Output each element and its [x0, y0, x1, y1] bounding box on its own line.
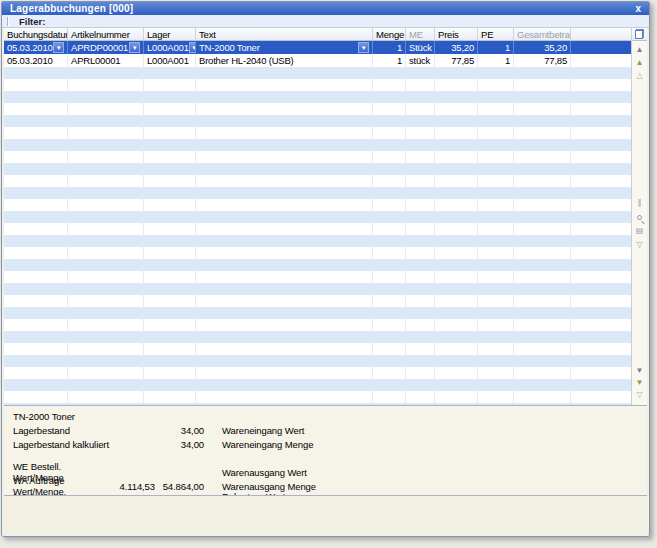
empty-cell [514, 211, 571, 223]
cell-gesamtbetrag[interactable]: 77,85 [514, 54, 571, 67]
scroll-bottom-icon[interactable]: ▼ [632, 366, 647, 376]
empty-row[interactable] [4, 367, 631, 379]
empty-row[interactable] [4, 295, 631, 307]
empty-cell [478, 367, 514, 379]
column-header-buchungsdatum[interactable]: Buchungsdatum [4, 28, 68, 40]
empty-row[interactable] [4, 127, 631, 139]
empty-cell [478, 163, 514, 175]
cell-filler [571, 54, 631, 67]
empty-row[interactable] [4, 163, 631, 175]
cell-menge[interactable]: 1 [373, 41, 406, 54]
empty-cell [406, 319, 435, 331]
empty-cell [406, 67, 435, 79]
empty-row[interactable] [4, 235, 631, 247]
summary-row: Lagerbestand34,00Wareneingang Wert [13, 423, 647, 437]
scroll-last-icon[interactable]: ▽ [632, 390, 647, 400]
empty-cell [144, 307, 196, 319]
close-button[interactable]: x [635, 4, 641, 14]
cell-preis[interactable]: 35,20 [435, 41, 478, 54]
cell-lager[interactable]: L000A001 [144, 54, 196, 67]
cell-lager[interactable]: L000A001▼ [144, 41, 196, 54]
empty-row[interactable] [4, 355, 631, 367]
column-header-lager[interactable]: Lager [144, 28, 196, 40]
dropdown-button[interactable]: ▼ [53, 42, 64, 53]
empty-row[interactable] [4, 199, 631, 211]
cell-gesamtbetrag[interactable]: 35,20 [514, 41, 571, 54]
empty-row[interactable] [4, 271, 631, 283]
table-row[interactable]: 05.03.2010APRL00001L000A001Brother HL-20… [4, 54, 631, 67]
empty-cell [4, 67, 68, 79]
summary-article-name: TN-2000 Toner [13, 409, 647, 423]
empty-row[interactable] [4, 67, 631, 79]
empty-cell [478, 223, 514, 235]
cell-text: 1 [505, 55, 510, 66]
cell-pe[interactable]: 1 [478, 54, 514, 67]
empty-cell [68, 343, 144, 355]
column-header-gesamtbetrag[interactable]: Gesamtbetrag [514, 28, 571, 40]
cell-buchungsdatum[interactable]: 05.03.2010 [4, 54, 68, 67]
empty-cell [478, 211, 514, 223]
cell-pe[interactable]: 1 [478, 41, 514, 54]
column-header-menge[interactable]: Menge [373, 28, 406, 40]
cell-preis[interactable]: 77,85 [435, 54, 478, 67]
empty-row[interactable] [4, 115, 631, 127]
empty-cell [196, 67, 373, 79]
column-header-pe[interactable]: PE [478, 28, 514, 40]
empty-row[interactable] [4, 259, 631, 271]
page-down-icon[interactable]: ▽ [632, 240, 647, 250]
scroll-up-icon[interactable]: ▲ [632, 58, 647, 68]
empty-cell [514, 259, 571, 271]
empty-row[interactable] [4, 379, 631, 391]
empty-row[interactable] [4, 211, 631, 223]
title-bar[interactable]: Lagerabbuchungen [000] x [2, 2, 649, 15]
grid-corner-button[interactable] [632, 28, 647, 41]
cell-text[interactable]: Brother HL-2040 (USB) [196, 54, 373, 67]
empty-row[interactable] [4, 79, 631, 91]
empty-row[interactable] [4, 247, 631, 259]
empty-cell [144, 115, 196, 127]
empty-row[interactable] [4, 175, 631, 187]
empty-row[interactable] [4, 391, 631, 403]
empty-cell [435, 187, 478, 199]
empty-row[interactable] [4, 343, 631, 355]
empty-cell [571, 259, 631, 271]
empty-row[interactable] [4, 91, 631, 103]
column-header-text[interactable]: Text [196, 28, 373, 40]
cell-me[interactable]: Stück [406, 41, 435, 54]
cell-text[interactable]: TN-2000 Toner▼ [196, 41, 373, 54]
empty-row[interactable] [4, 283, 631, 295]
column-header-preis[interactable]: Preis [435, 28, 478, 40]
empty-cell [571, 355, 631, 367]
empty-row[interactable] [4, 187, 631, 199]
empty-row[interactable] [4, 151, 631, 163]
empty-cell [406, 151, 435, 163]
column-header-me[interactable]: ME [406, 28, 435, 40]
table-row[interactable]: 05.03.2010▼APRDP00001▼L000A001▼TN-2000 T… [4, 41, 631, 54]
details-icon[interactable]: ▤ [632, 226, 647, 236]
cell-menge[interactable]: 1 [373, 54, 406, 67]
empty-cell [4, 175, 68, 187]
empty-cell [196, 175, 373, 187]
dropdown-button[interactable]: ▼ [358, 42, 369, 53]
empty-row[interactable] [4, 331, 631, 343]
dropdown-button[interactable]: ▼ [129, 42, 140, 53]
cell-artikelnummer[interactable]: APRL00001 [68, 54, 144, 67]
split-handle-icon[interactable]: ∥ [632, 198, 647, 208]
column-header-artikelnummer[interactable]: Artikelnummer [68, 28, 144, 40]
dropdown-button[interactable]: ▼ [189, 42, 196, 53]
empty-row[interactable] [4, 139, 631, 151]
cell-me[interactable]: stück [406, 54, 435, 67]
empty-row[interactable] [4, 319, 631, 331]
empty-row[interactable] [4, 103, 631, 115]
scroll-down-icon[interactable]: ▼ [632, 378, 647, 388]
page-up-icon[interactable]: △ [632, 71, 647, 81]
empty-cell [4, 271, 68, 283]
search-icon[interactable] [632, 212, 647, 222]
empty-row[interactable] [4, 223, 631, 235]
empty-cell [4, 163, 68, 175]
cell-buchungsdatum[interactable]: 05.03.2010▼ [4, 41, 68, 54]
scroll-top-icon[interactable]: ▲ [632, 45, 647, 55]
cell-artikelnummer[interactable]: APRDP00001▼ [68, 41, 144, 54]
empty-cell [478, 355, 514, 367]
empty-row[interactable] [4, 307, 631, 319]
